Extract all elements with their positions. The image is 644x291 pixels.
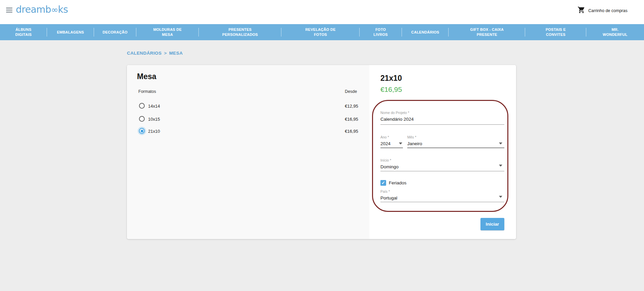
format-price: €12,95 <box>345 103 358 109</box>
format-option-21x10[interactable]: 21x10 €16,95 <box>127 128 369 135</box>
nav-item-decoracao[interactable]: DECORAÇÃO <box>94 24 136 40</box>
selected-format-title: 21x10 <box>380 74 402 83</box>
nav-label: MOLDURAS DE <box>153 27 182 32</box>
breadcrumb: CALENDÁRIOS>MESA <box>127 51 183 56</box>
field-label: Nome do Projeto * <box>380 111 504 115</box>
nav-label: PRESENTE <box>477 32 497 37</box>
nav-item-embalagens[interactable]: EMBALAGENS <box>47 24 94 40</box>
logo[interactable]: dreamb∞ks <box>16 4 68 15</box>
page-title: Mesa <box>137 72 156 81</box>
column-header-desde: Desde <box>345 89 357 94</box>
nav-item-albuns-digitais[interactable]: ÁLBUNS DIGITAIS <box>0 24 47 40</box>
format-label: 10x15 <box>148 116 160 122</box>
month-select[interactable]: Mês * Janeiro <box>407 135 504 148</box>
nav-label: REVELAÇÃO DE <box>305 27 335 32</box>
breadcrumb-separator-icon: > <box>164 51 167 56</box>
holidays-label[interactable]: Feriados <box>389 180 407 185</box>
nav-item-gift-box[interactable]: GIFT BOX - CAIXA PRESENTE <box>449 24 525 40</box>
nav-label: POSTAIS E <box>546 27 566 32</box>
nav-label: ÁLBUNS <box>15 27 31 32</box>
start-button[interactable]: Iniciar <box>480 218 504 230</box>
format-label: 14x14 <box>148 103 160 109</box>
radio-button[interactable] <box>139 116 145 122</box>
field-label: País * <box>380 189 504 194</box>
project-name-field[interactable]: Nome do Projeto * Calendário 2024 <box>380 111 504 125</box>
nav-label: MR. <box>611 27 618 32</box>
nav-label: FOTOS <box>314 32 327 37</box>
logo-text: ks <box>58 4 68 15</box>
country-value[interactable]: Portugal <box>380 195 504 201</box>
nav-label: PERSONALIZADOS <box>222 32 258 37</box>
chevron-down-icon[interactable] <box>399 142 402 144</box>
nav-item-postais-e-convites[interactable]: POSTAIS E CONVITES <box>525 24 586 40</box>
radio-button[interactable] <box>139 128 145 134</box>
nav-item-molduras-de-mesa[interactable]: MOLDURAS DE MESA <box>136 24 199 40</box>
field-label: Mês * <box>407 135 504 139</box>
chevron-down-icon[interactable] <box>499 196 502 198</box>
infinity-icon: ∞ <box>51 5 58 15</box>
nav-label: CONVITES <box>546 32 565 37</box>
nav-label: FOTO <box>375 27 386 32</box>
menu-icon[interactable] <box>6 8 12 12</box>
format-price: €16,95 <box>345 128 358 134</box>
format-option-10x15[interactable]: 10x15 €16,95 <box>127 116 369 123</box>
nav-label: DECORAÇÃO <box>102 30 127 35</box>
chevron-down-icon[interactable] <box>499 165 502 167</box>
shopping-cart-icon <box>578 6 585 15</box>
breadcrumb-mesa[interactable]: MESA <box>169 51 183 56</box>
nav-label: GIFT BOX - CAIXA <box>470 27 504 32</box>
config-section: 21x10 €16,95 Nome do Projeto * Calendári… <box>369 65 516 239</box>
breadcrumb-calendarios[interactable]: CALENDÁRIOS <box>127 51 162 56</box>
nav-label: WONDERFUL <box>603 32 628 37</box>
nav-item-revelacao-de-fotos[interactable]: REVELAÇÃO DE FOTOS <box>281 24 359 40</box>
nav-label: MESA <box>162 32 173 37</box>
cart-label: Carrinho de compras <box>588 8 628 13</box>
nav-item-foto-livros[interactable]: FOTO LIVROS <box>360 24 402 40</box>
nav-label: EMBALAGENS <box>57 30 84 35</box>
chevron-down-icon[interactable] <box>499 142 502 144</box>
month-value[interactable]: Janeiro <box>407 141 504 147</box>
logo-text: dreamb <box>16 4 51 15</box>
cart-button[interactable]: Carrinho de compras <box>578 6 628 15</box>
radio-button[interactable] <box>139 103 145 109</box>
format-label: 21x10 <box>148 128 160 134</box>
field-label: Ano * <box>380 135 403 139</box>
nav-item-calendarios[interactable]: CALENDÁRIOS <box>402 24 449 40</box>
format-price: €16,95 <box>345 116 358 122</box>
formats-section: Mesa Formatos Desde 14x14 €12,95 10x15 €… <box>127 65 369 239</box>
check-icon: ✓ <box>381 181 385 185</box>
header: dreamb∞ks Carrinho de compras <box>0 0 644 24</box>
nav-item-presentes-personalizados[interactable]: PRESENTES PERSONALIZADOS <box>199 24 281 40</box>
main-nav: ÁLBUNS DIGITAIS EMBALAGENS DECORAÇÃO MOL… <box>0 24 644 40</box>
format-option-14x14[interactable]: 14x14 €12,95 <box>127 103 369 110</box>
year-select[interactable]: Ano * 2024 <box>380 135 403 148</box>
nav-label: CALENDÁRIOS <box>411 30 439 35</box>
start-day-value[interactable]: Domingo <box>380 164 504 170</box>
country-select[interactable]: País * Portugal <box>380 189 504 202</box>
column-header-formats: Formatos <box>138 89 156 94</box>
nav-label: PRESENTES <box>229 27 252 32</box>
field-label: Início * <box>380 158 504 163</box>
start-day-select[interactable]: Início * Domingo <box>380 158 504 171</box>
selected-format-price: €16,95 <box>380 85 402 94</box>
project-name-input[interactable]: Calendário 2024 <box>380 116 504 122</box>
product-panel: Mesa Formatos Desde 14x14 €12,95 10x15 €… <box>127 65 516 239</box>
nav-label: DIGITAIS <box>15 32 32 37</box>
holidays-checkbox[interactable]: ✓ <box>380 180 386 186</box>
nav-item-mr-wonderful[interactable]: MR. WONDERFUL <box>586 24 644 40</box>
nav-label: LIVROS <box>373 32 387 37</box>
